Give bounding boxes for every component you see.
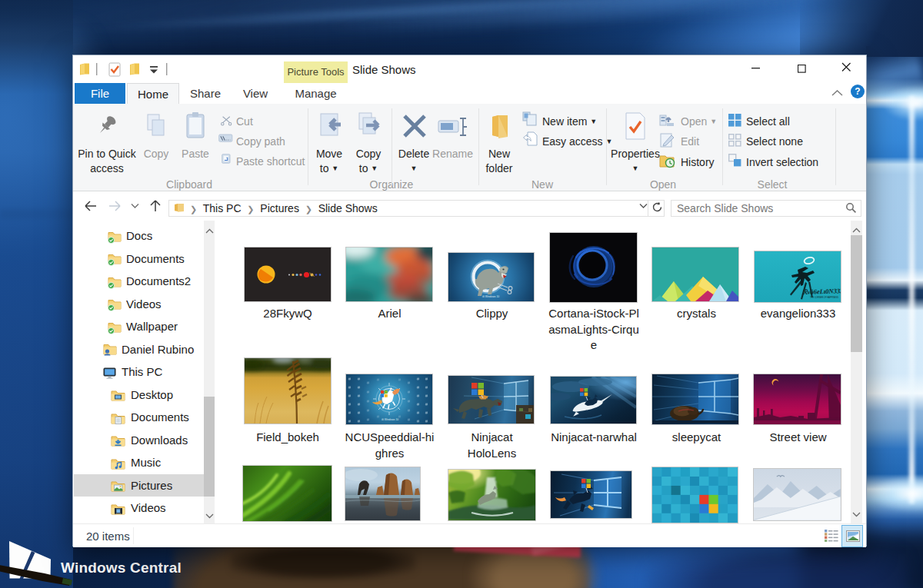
svg-text:ℛvå6eLι0N333: ℛvå6eLι0N333: [802, 287, 841, 296]
svg-text:⊞ Windows 10: ⊞ Windows 10: [482, 295, 499, 298]
svg-text:THE CORNER OF HAPPINESS: THE CORNER OF HAPPINESS: [810, 296, 838, 299]
svg-text:⊞ Windows 10: ⊞ Windows 10: [382, 418, 398, 421]
